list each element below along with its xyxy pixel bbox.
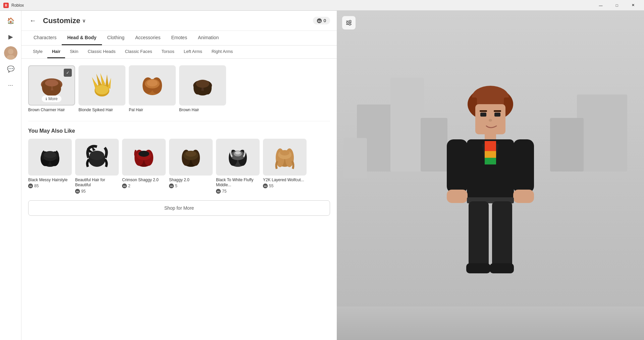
recommend-thumb-1: [75, 139, 119, 176]
recommend-name-5: Y2K Layered Wolfcut...: [263, 178, 307, 183]
filter-button[interactable]: [342, 16, 356, 29]
sidebar: 🏠 ▶ 💬 ···: [0, 11, 21, 340]
tab-accessories[interactable]: Accessories: [130, 31, 166, 45]
bg-block-6: [343, 138, 367, 178]
titlebar: R Roblox — □ ✕: [0, 0, 644, 11]
selected-check-icon: ✓: [64, 69, 72, 77]
recommend-card-2[interactable]: Crimson Shaggy 2.0 R$ 2: [122, 139, 166, 194]
price-value-5: 55: [269, 184, 273, 188]
tab-head-body[interactable]: Head & Body: [62, 31, 102, 45]
svg-point-33: [44, 151, 56, 158]
sidebar-avatar-icon[interactable]: [4, 46, 17, 60]
shop-for-more-button[interactable]: Shop for More: [28, 200, 330, 216]
svg-rect-102: [490, 263, 514, 273]
svg-text:R$: R$: [76, 191, 79, 193]
nav-tabs: Characters Head & Body Clothing Accessor…: [21, 31, 337, 46]
svg-point-68: [280, 150, 289, 155]
header-title: Customize ∨: [43, 16, 86, 25]
subtab-right-arms[interactable]: Right Arms: [207, 46, 238, 58]
svg-point-76: [349, 24, 351, 25]
close-button[interactable]: ✕: [625, 0, 641, 11]
svg-text:R$: R$: [123, 185, 126, 187]
recommend-name-1: Beautiful Hair for Beautiful: [75, 178, 119, 188]
svg-text:R$: R$: [170, 185, 173, 187]
subtab-left-arms[interactable]: Left Arms: [179, 46, 207, 58]
tab-emotes[interactable]: Emotes: [166, 31, 192, 45]
svg-point-18: [95, 85, 109, 94]
robux-price-icon-1: R$: [75, 189, 80, 194]
price-value-4: 75: [222, 189, 226, 194]
recommend-price-0: R$ 85: [28, 184, 72, 188]
recommend-card-4[interactable]: Black To White Fluffy Middle... R$ 75: [216, 139, 260, 194]
price-value-1: 95: [81, 189, 86, 194]
item-name-0: Brown Charmer Hair: [28, 108, 75, 113]
item-card-1[interactable]: Blonde Spiked Hair: [78, 65, 125, 113]
price-value-0: 85: [34, 184, 39, 188]
tab-clothing[interactable]: Clothing: [102, 31, 130, 45]
svg-text:R$: R$: [264, 185, 267, 187]
svg-marker-16: [105, 74, 109, 87]
item-more-label[interactable]: ℹ More: [42, 95, 61, 102]
sidebar-play-icon[interactable]: ▶: [4, 30, 17, 44]
recommend-thumb-4: [216, 139, 260, 176]
recommendations-title: You May Also Like: [28, 128, 330, 134]
svg-point-61: [235, 151, 240, 154]
bg-block-4: [577, 94, 627, 172]
svg-rect-99: [469, 201, 489, 268]
item-card-0[interactable]: ✓ ℹ More Brown Charmer Hair: [28, 65, 75, 113]
item-thumb-2: [129, 65, 176, 106]
recommend-card-0[interactable]: Black Messy Hairstyle R$ 85: [28, 139, 72, 194]
svg-text:R$: R$: [318, 20, 321, 22]
svg-rect-92: [485, 151, 496, 158]
items-grid: ✓ ℹ More Brown Charmer Hair: [28, 65, 330, 113]
recommend-thumb-2: [122, 139, 166, 176]
item-name-1: Blonde Spiked Hair: [78, 108, 125, 113]
subtab-torsos[interactable]: Torsos: [157, 46, 179, 58]
item-card-2[interactable]: Pal Hair: [129, 65, 176, 113]
subtab-skin[interactable]: Skin: [65, 46, 83, 58]
recommend-name-0: Black Messy Hairstyle: [28, 178, 72, 183]
svg-rect-95: [447, 190, 468, 203]
tab-characters[interactable]: Characters: [28, 31, 62, 45]
recommend-card-5[interactable]: Y2K Layered Wolfcut... R$ 55: [263, 139, 307, 194]
price-value-2: 2: [128, 184, 130, 188]
svg-rect-97: [513, 190, 534, 203]
minimize-button[interactable]: —: [593, 0, 608, 11]
sidebar-more-icon[interactable]: ···: [4, 78, 17, 92]
robux-icon: R$: [317, 18, 322, 23]
svg-rect-93: [485, 158, 496, 164]
back-button[interactable]: ←: [28, 15, 38, 26]
subtab-classic-heads[interactable]: Classic Heads: [83, 46, 120, 58]
svg-point-28: [196, 80, 209, 88]
svg-text:R$: R$: [29, 185, 32, 187]
main-content: ← Customize ∨ R$ 0 Characters Head & Bod…: [21, 11, 337, 340]
recommend-name-2: Crimson Shaggy 2.0: [122, 178, 166, 183]
subtab-style[interactable]: Style: [28, 46, 47, 58]
subtab-classic-faces[interactable]: Classic Faces: [120, 46, 157, 58]
recommendations-grid: Black Messy Hairstyle R$ 85: [28, 139, 330, 194]
svg-rect-83: [494, 113, 500, 117]
svg-text:R$: R$: [217, 191, 220, 193]
maximize-button[interactable]: □: [609, 0, 625, 11]
header: ← Customize ∨ R$ 0: [21, 11, 337, 31]
svg-rect-84: [480, 110, 487, 112]
recommend-thumb-0: [28, 139, 72, 176]
recommend-card-1[interactable]: Beautiful Hair for Beautiful R$ 95: [75, 139, 119, 194]
svg-point-46: [139, 151, 149, 157]
item-card-3[interactable]: Brown Hair: [179, 65, 226, 113]
svg-point-72: [350, 20, 351, 22]
robux-price-icon-3: R$: [169, 184, 174, 188]
subtab-hair[interactable]: Hair: [47, 46, 65, 58]
recommend-card-3[interactable]: Shaggy 2.0 R$ 5: [169, 139, 213, 194]
robux-price-icon-2: R$: [122, 184, 127, 188]
3d-viewport: [337, 11, 644, 340]
app-icon: R: [3, 3, 9, 8]
recommend-price-1: R$ 95: [75, 189, 119, 194]
svg-rect-100: [492, 201, 512, 268]
svg-text:R: R: [5, 4, 7, 7]
svg-rect-96: [513, 139, 534, 193]
price-value-3: 5: [175, 184, 177, 188]
tab-animation[interactable]: Animation: [193, 31, 224, 45]
sidebar-chat-icon[interactable]: 💬: [4, 62, 17, 76]
sidebar-home-icon[interactable]: 🏠: [4, 14, 17, 27]
